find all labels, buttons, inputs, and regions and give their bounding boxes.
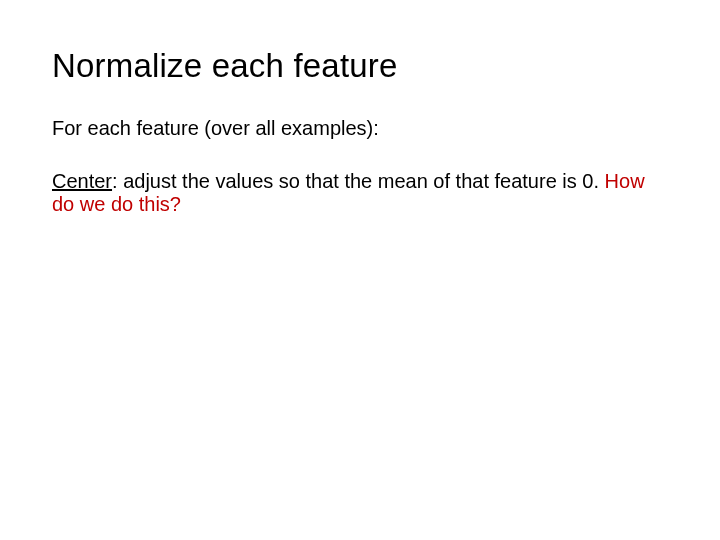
intro-line: For each feature (over all examples): [52, 116, 668, 140]
center-body: adjust the values so that the mean of th… [118, 170, 605, 192]
slide: Normalize each feature For each feature … [0, 0, 720, 540]
center-paragraph: Center: adjust the values so that the me… [52, 170, 668, 216]
slide-title: Normalize each feature [52, 48, 668, 84]
center-label: Center [52, 170, 112, 192]
